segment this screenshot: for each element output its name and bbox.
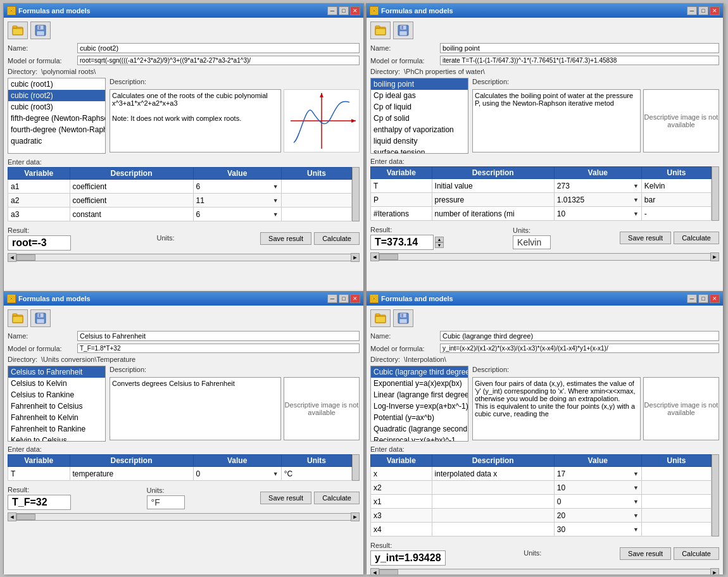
- restore-button[interactable]: □: [339, 294, 349, 303]
- table-cell-value[interactable]: 11▼: [193, 194, 281, 208]
- restore-button[interactable]: □: [698, 6, 708, 15]
- name-input[interactable]: [77, 331, 360, 341]
- name-input[interactable]: [77, 43, 360, 53]
- table-cell-value[interactable]: 6▼: [193, 208, 281, 221]
- list-item[interactable]: Quadratic (lagrange second de: [371, 423, 468, 435]
- open-button[interactable]: [8, 309, 28, 327]
- table-cell-value[interactable]: 273▼: [554, 179, 641, 193]
- calculate-button[interactable]: Calculate: [314, 232, 360, 245]
- restore-button[interactable]: □: [339, 6, 349, 15]
- table-cell-value[interactable]: 17▼: [554, 467, 641, 481]
- list-item[interactable]: Reciprocal y=x(a+bx)^-1: [371, 435, 468, 442]
- calculate-button[interactable]: Calculate: [674, 232, 719, 244]
- formula-listbox[interactable]: Celsius to FahrenheitCelsius to KelvinCe…: [8, 366, 106, 442]
- scroll-thumb[interactable]: [16, 514, 35, 520]
- list-item[interactable]: Fahrenheit to Celsius: [8, 400, 105, 412]
- scroll-left-btn[interactable]: ◄: [370, 568, 379, 574]
- list-item[interactable]: cubic (root3): [8, 101, 105, 113]
- list-item[interactable]: Linear (lagrange first degree): [371, 389, 468, 400]
- list-item[interactable]: Log-Inverse y=exp(a+bx^-1): [371, 400, 468, 412]
- list-item[interactable]: Exponential y=a(x)exp(bx): [371, 378, 468, 389]
- list-item[interactable]: fourth-degree (Newton-Raphs: [8, 124, 105, 135]
- list-item[interactable]: boiling point: [371, 78, 468, 90]
- formula-input[interactable]: [77, 56, 360, 65]
- list-item[interactable]: liquid density: [371, 135, 468, 147]
- close-button[interactable]: ✕: [710, 6, 720, 15]
- list-item[interactable]: cubic (root1): [8, 78, 105, 90]
- table-scrollbar[interactable]: [352, 167, 360, 221]
- save-result-button[interactable]: Save result: [620, 547, 671, 560]
- scroll-right-btn[interactable]: ►: [351, 253, 360, 262]
- open-button[interactable]: [370, 309, 391, 327]
- close-button[interactable]: ✕: [350, 294, 360, 303]
- name-input[interactable]: [440, 331, 719, 341]
- list-item[interactable]: Kelvin to Celsius: [8, 435, 105, 442]
- formula-input[interactable]: [440, 344, 719, 353]
- save-result-button[interactable]: Save result: [260, 232, 311, 245]
- save-button[interactable]: [393, 22, 413, 39]
- open-button[interactable]: [8, 22, 28, 39]
- formula-input[interactable]: [440, 56, 719, 65]
- list-item[interactable]: Cubic (lagrange third degree): [371, 366, 468, 378]
- save-result-button[interactable]: Save result: [260, 492, 311, 504]
- scroll-right-btn[interactable]: ►: [710, 568, 719, 574]
- list-item[interactable]: Cp of liquid: [371, 101, 468, 113]
- scroll-left-btn[interactable]: ◄: [370, 252, 379, 261]
- table-cell-value[interactable]: 6▼: [193, 180, 281, 194]
- table-scrollbar[interactable]: [712, 166, 719, 221]
- list-item[interactable]: Celsius to Fahrenheit: [8, 366, 105, 378]
- table-cell-value[interactable]: 10▼: [554, 207, 641, 221]
- list-item[interactable]: surface tension: [371, 147, 468, 154]
- open-button[interactable]: [370, 22, 391, 39]
- table-scrollbar[interactable]: [712, 454, 719, 537]
- horizontal-scrollbar[interactable]: ◄ ►: [8, 512, 360, 521]
- table-cell-value[interactable]: 10▼: [554, 481, 641, 495]
- calculate-button[interactable]: Calculate: [674, 547, 719, 560]
- name-input[interactable]: [440, 43, 719, 53]
- spin-down[interactable]: ▼: [435, 242, 444, 248]
- save-button[interactable]: [393, 309, 413, 327]
- formula-listbox[interactable]: Cubic (lagrange third degree)Exponential…: [370, 366, 468, 442]
- minimize-button[interactable]: ─: [687, 294, 697, 303]
- minimize-button[interactable]: ─: [327, 294, 337, 303]
- list-item[interactable]: quadratic: [8, 135, 105, 147]
- list-item[interactable]: cubic (root2): [8, 90, 105, 101]
- list-item[interactable]: Potential (y=ax^b): [371, 412, 468, 423]
- list-item[interactable]: Fahrenheit to Rankine: [8, 423, 105, 435]
- list-item[interactable]: Celsius to Rankine: [8, 389, 105, 400]
- horizontal-scrollbar[interactable]: ◄ ►: [8, 253, 360, 262]
- list-item[interactable]: fifth-degree (Newton-Raphsor: [8, 113, 105, 124]
- scroll-right-btn[interactable]: ►: [710, 252, 719, 261]
- scroll-right-btn[interactable]: ►: [351, 512, 360, 521]
- table-cell-value[interactable]: 0▼: [193, 467, 281, 481]
- horizontal-scrollbar[interactable]: ◄ ►: [370, 568, 719, 574]
- list-item[interactable]: Cp ideal gas: [371, 90, 468, 101]
- formula-input[interactable]: [77, 344, 360, 353]
- horizontal-scrollbar[interactable]: ◄ ►: [370, 252, 719, 261]
- scroll-thumb[interactable]: [16, 254, 35, 261]
- scroll-thumb[interactable]: [379, 569, 398, 574]
- scroll-left-btn[interactable]: ◄: [8, 512, 16, 521]
- close-button[interactable]: ✕: [710, 294, 720, 303]
- table-scrollbar[interactable]: [352, 454, 360, 481]
- formula-listbox[interactable]: cubic (root1)cubic (root2)cubic (root3)f…: [8, 78, 106, 154]
- table-cell-value[interactable]: 0▼: [554, 495, 641, 509]
- scroll-thumb[interactable]: [379, 254, 398, 260]
- table-cell-value[interactable]: 1.01325▼: [554, 193, 641, 207]
- scroll-left-btn[interactable]: ◄: [8, 253, 16, 262]
- list-item[interactable]: enthalpy of vaporization: [371, 124, 468, 135]
- list-item[interactable]: Celsius to Kelvin: [8, 378, 105, 389]
- table-cell-value[interactable]: 20▼: [554, 509, 641, 523]
- list-item[interactable]: Cp of solid: [371, 113, 468, 124]
- formula-listbox[interactable]: boiling pointCp ideal gasCp of liquidCp …: [370, 78, 468, 154]
- list-item[interactable]: Fahrenheit to Kelvin: [8, 412, 105, 423]
- minimize-button[interactable]: ─: [327, 6, 337, 15]
- table-cell-value[interactable]: 30▼: [554, 523, 641, 537]
- save-button[interactable]: [30, 309, 51, 327]
- spin-up[interactable]: ▲: [435, 237, 444, 242]
- minimize-button[interactable]: ─: [687, 6, 697, 15]
- restore-button[interactable]: □: [698, 294, 708, 303]
- calculate-button[interactable]: Calculate: [314, 492, 360, 504]
- save-result-button[interactable]: Save result: [620, 232, 671, 244]
- save-button[interactable]: [30, 22, 51, 39]
